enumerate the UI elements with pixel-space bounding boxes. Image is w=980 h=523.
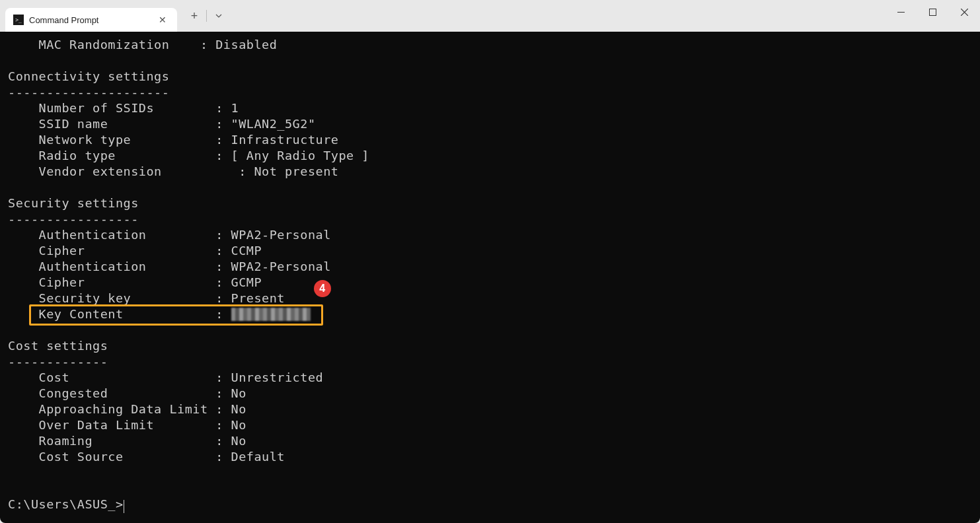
output-line: Cost Source : Default (8, 450, 285, 464)
output-line: Cipher : GCMP (8, 275, 262, 289)
tab-title: Command Prompt (29, 15, 156, 25)
divider-line: ----------------- (8, 212, 139, 226)
cursor (124, 500, 124, 513)
close-icon (961, 9, 968, 16)
divider-line: ------------- (8, 355, 108, 368)
output-line: Security key : Present (8, 291, 285, 305)
tab-close-button[interactable]: ✕ (156, 13, 169, 26)
new-tab-button[interactable]: + (182, 4, 206, 28)
output-line: MAC Randomization : Disabled (8, 38, 277, 52)
redacted-key-content (231, 308, 311, 321)
title-bar: Command Prompt ✕ + (0, 0, 980, 32)
section-header-connectivity: Connectivity settings (8, 69, 169, 83)
tab-actions: + (182, 0, 231, 32)
terminal-tab[interactable]: Command Prompt ✕ (5, 8, 177, 32)
output-line: Approaching Data Limit : No (8, 402, 246, 416)
svg-rect-1 (929, 9, 936, 15)
annotation-badge: 4 (314, 280, 331, 297)
section-header-cost: Cost settings (8, 339, 108, 353)
output-line: Cipher : CCMP (8, 244, 262, 258)
window-controls (885, 0, 980, 32)
section-header-security: Security settings (8, 196, 139, 210)
prompt-line[interactable]: C:\Users\ASUS_> (8, 497, 124, 511)
chevron-down-icon (215, 14, 222, 18)
output-line-key-content: Key Content : (8, 307, 311, 321)
output-line: Radio type : [ Any Radio Type ] (8, 149, 369, 162)
output-line: Vendor extension : Not present (8, 164, 338, 178)
output-line: Authentication : WPA2-Personal (8, 228, 331, 242)
tab-dropdown-button[interactable] (207, 4, 231, 28)
output-line: SSID name : "WLAN2_5G2" (8, 117, 316, 131)
output-line: Cost : Unrestricted (8, 370, 323, 384)
maximize-button[interactable] (917, 0, 948, 24)
terminal-output[interactable]: MAC Randomization : Disabled Connectivit… (0, 32, 980, 523)
command-prompt-icon (13, 15, 24, 25)
output-line: Over Data Limit : No (8, 418, 246, 432)
output-line: Network type : Infrastructure (8, 133, 338, 147)
output-line: Authentication : WPA2-Personal (8, 260, 331, 273)
minimize-button[interactable] (885, 0, 917, 24)
svg-rect-0 (897, 12, 905, 13)
maximize-icon (929, 9, 936, 16)
close-button[interactable] (948, 0, 980, 24)
output-line: Congested : No (8, 386, 246, 400)
output-line: Roaming : No (8, 434, 246, 448)
output-line: Number of SSIDs : 1 (8, 101, 239, 115)
divider-line: --------------------- (8, 85, 169, 99)
minimize-icon (897, 12, 905, 13)
